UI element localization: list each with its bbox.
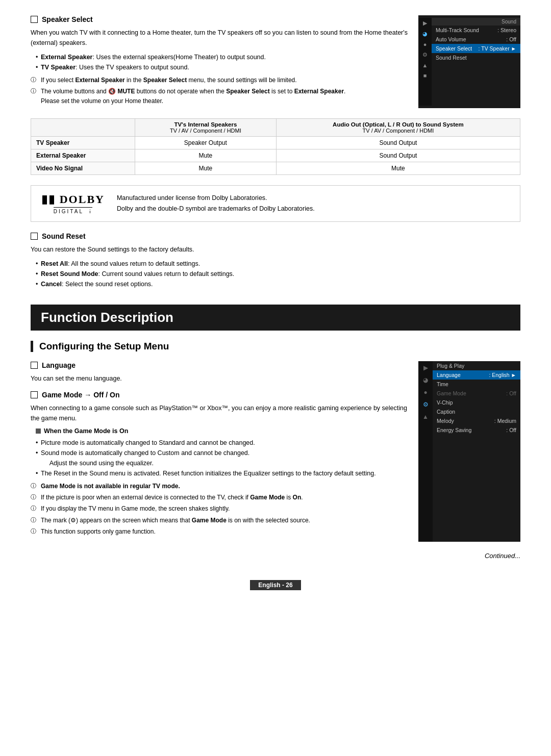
tv-setup-icon-sound: ◕: [423, 376, 428, 384]
checkbox-icon-gamemode: [31, 391, 38, 398]
setup-section: Language You can set the menu language. …: [31, 361, 520, 542]
game-note-icon-4: ⓘ: [31, 516, 36, 525]
tv-icon-channel: ●: [423, 41, 427, 47]
language-heading: Language: [31, 361, 408, 369]
sound-reset-bullets: Reset All: All the sound values return t…: [31, 259, 520, 289]
note-icon-1: ⓘ: [31, 75, 36, 85]
bullet-picture-mode: Picture mode is automatically changed to…: [36, 438, 408, 448]
tv-setup-row-melody: Melody: Medium: [433, 416, 520, 425]
table-header-audioout: Audio Out (Optical, L / R Out) to Sound …: [276, 118, 520, 136]
game-note-4: ⓘ The mark (⚙) appears on the screen whi…: [31, 516, 408, 525]
game-mode-intro: When connecting to a game console such a…: [31, 403, 408, 423]
table-cell-videono-internal: Mute: [135, 162, 276, 174]
tv-icon-picture: ▶: [423, 20, 427, 27]
tv-menu-row-multitrack: Multi-Track Sound : Stereo: [432, 26, 520, 35]
game-note-icon-3: ⓘ: [31, 504, 36, 513]
tv-setup-row-vchip: V-Chip: [433, 398, 520, 407]
tv-menu-row-speakerselect: Speaker Select : TV Speaker ►: [432, 44, 520, 53]
tv-setup-icon-input: ▲: [422, 413, 429, 420]
tv-menu-sound-mockup: ▶ ◕ ● ⚙ ▲ ■ Sound Multi-Track Sound : St…: [418, 15, 520, 108]
tv-menu-row-autovolume: Auto Volume : Off: [432, 35, 520, 44]
bullet-cancel: Cancel: Select the sound reset options.: [36, 279, 520, 289]
tv-setup-icon-picture: ▶: [423, 364, 428, 371]
note-icon-2: ⓘ: [31, 87, 36, 96]
setup-content: Language You can set the menu language. …: [31, 361, 408, 542]
configuring-setup-heading: Configuring the Setup Menu: [31, 341, 520, 352]
continued-text: Continued...: [31, 552, 520, 560]
table-row-tvspeaker: TV Speaker Speaker Output Sound Output: [31, 136, 520, 149]
tv-setup-row-caption: Caption: [433, 407, 520, 416]
checkbox-icon: [31, 16, 38, 23]
table-header-empty: [31, 118, 135, 136]
game-note-3: ⓘ If you display the TV menu in Game mod…: [31, 504, 408, 514]
tv-icon-input: ▲: [422, 62, 428, 68]
footer-badge: English - 26: [250, 580, 300, 590]
tv-setup-menu-mockup: ▶ ◕ ● ⚙ ▲ Plug & Play Language: English …: [418, 361, 520, 542]
tv-setup-menu-panel: Plug & Play Language: English ► Time Gam…: [433, 361, 520, 542]
dolby-text: Manufactured under license from Dolby La…: [117, 193, 315, 215]
tv-setup-row-plugplay: Plug & Play: [433, 361, 520, 370]
table-row-externalspeaker: External Speaker Mute Sound Output: [31, 149, 520, 162]
table-cell-label-2: External Speaker: [31, 149, 135, 162]
game-mode-subsection: Game Mode → Off / On When connecting to …: [31, 391, 408, 537]
table-cell-external-audio: Sound Output: [276, 149, 520, 162]
tv-setup-icon-channel: ●: [423, 389, 427, 396]
bullet-reset-sound-mode: Reset Sound Mode: Current sound values r…: [36, 269, 520, 279]
table-cell-label-3: Video No Signal: [31, 162, 135, 174]
tv-menu-row-soundreset: Sound Reset: [432, 53, 520, 62]
table-row-videono: Video No Signal Mute Mute: [31, 162, 520, 174]
game-note-2: ⓘ If the picture is poor when an externa…: [31, 493, 408, 502]
dolby-logo-main: ▮▮ DOLBY: [41, 193, 105, 206]
dolby-box: ▮▮ DOLBY DIGITAL ⅰ Manufactured under li…: [31, 185, 520, 222]
table-cell-tvspeaker-audio: Sound Output: [276, 136, 520, 149]
function-description-heading: Function Description: [31, 305, 520, 331]
tv-setup-row-language: Language: English ►: [433, 370, 520, 380]
tv-icon-app: ■: [423, 72, 427, 79]
speaker-select-content: Speaker Select When you watch TV with it…: [31, 15, 408, 108]
tv-menu-title-sound: Sound: [432, 18, 520, 26]
speaker-select-bullet-list: External Speaker: Uses the external spea…: [31, 52, 408, 72]
when-game-mode-heading: When the Game Mode is On: [31, 427, 408, 435]
tv-setup-icon-setup: ⚙: [423, 401, 429, 408]
game-note-icon-5: ⓘ: [31, 527, 36, 536]
tv-setup-row-time: Time: [433, 380, 520, 389]
table-cell-external-internal: Mute: [135, 149, 276, 162]
bullet-reset-sound: The Reset in the Sound menu is activated…: [36, 468, 408, 478]
table-cell-tvspeaker-internal: Speaker Output: [135, 136, 276, 149]
speaker-table: TV's Internal Speakers TV / AV / Compone…: [31, 118, 520, 175]
language-subsection: Language You can set the menu language.: [31, 361, 408, 384]
bullet-tv-speaker: TV Speaker: Uses the TV speakers to outp…: [36, 62, 408, 72]
game-note-icon-1: ⓘ: [31, 482, 36, 491]
speaker-select-intro: When you watch TV with it connecting to …: [31, 28, 408, 48]
speaker-select-heading: Speaker Select: [31, 15, 408, 23]
tv-icon-sound: ◕: [422, 31, 428, 37]
table-header-internal: TV's Internal Speakers TV / AV / Compone…: [135, 118, 276, 136]
tv-setup-icons: ▶ ◕ ● ⚙ ▲: [418, 361, 433, 542]
tv-setup-row-gamemode: Game Mode: Off: [433, 389, 520, 398]
sound-reset-intro: You can restore the Sound settings to th…: [31, 244, 520, 255]
sound-reset-heading: Sound Reset: [31, 232, 520, 240]
checkbox-icon-soundreset: [31, 233, 38, 240]
page-footer: English - 26: [31, 580, 520, 590]
tv-icon-setup: ⚙: [422, 52, 428, 58]
note-1: ⓘ If you select External Speaker in the …: [31, 75, 408, 85]
checkbox-icon-language: [31, 362, 38, 369]
tv-main-panel-sound: Sound Multi-Track Sound : Stereo Auto Vo…: [432, 18, 520, 106]
dolby-logo: ▮▮ DOLBY DIGITAL ⅰ: [41, 193, 105, 214]
game-note-1: ⓘ Game Mode is not available in regular …: [31, 482, 408, 491]
speaker-select-section: Speaker Select When you watch TV with it…: [31, 15, 520, 108]
sound-reset-section: Sound Reset You can restore the Sound se…: [31, 232, 520, 289]
note-2: ⓘ The volume buttons and 🔇 MUTE buttons …: [31, 87, 408, 106]
tv-setup-row-energysaving: Energy Saving: Off: [433, 425, 520, 435]
game-note-5: ⓘ This function supports only game funct…: [31, 527, 408, 537]
square-icon: [36, 429, 41, 434]
bullet-reset-all: Reset All: All the sound values return t…: [36, 259, 520, 269]
table-cell-videono-audio: Mute: [276, 162, 520, 174]
table-cell-label-1: TV Speaker: [31, 136, 135, 149]
bullet-sound-mode: Sound mode is automatically changed to C…: [36, 448, 408, 468]
tv-sidebar-icons: ▶ ◕ ● ⚙ ▲ ■: [418, 18, 432, 106]
game-note-icon-2: ⓘ: [31, 493, 36, 502]
language-body: You can set the menu language.: [31, 373, 408, 384]
dolby-logo-sub: DIGITAL ⅰ: [54, 207, 92, 214]
when-game-mode-bullets: Picture mode is automatically changed to…: [31, 438, 408, 478]
